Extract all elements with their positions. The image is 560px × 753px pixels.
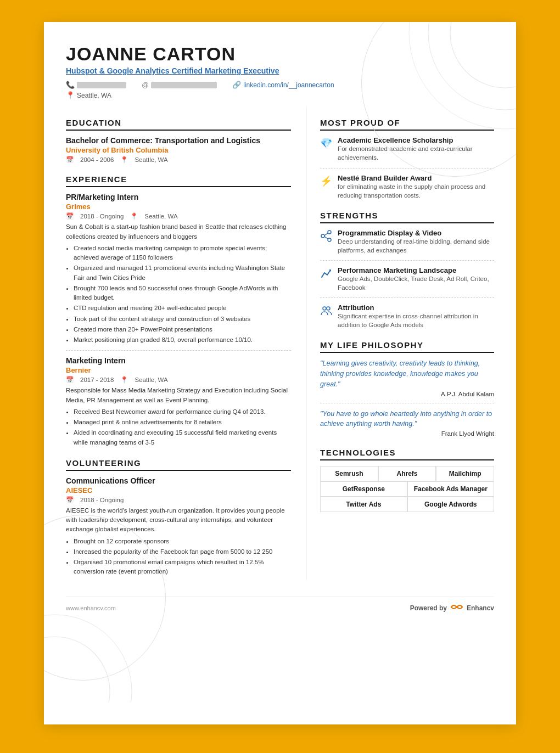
job-2-company: Bernier [66, 366, 291, 374]
job-2-cal-icon: 📅 [66, 376, 74, 384]
tech-mailchimp: Mailchimp [436, 466, 494, 481]
proud-item-1-desc: For demonstrated academic and extra-curr… [338, 144, 494, 162]
vol-cal-icon: 📅 [66, 496, 74, 504]
location-text: Seattle, WA [77, 92, 111, 99]
job-1-bullet-1: Created social media marketing campaign … [74, 244, 291, 263]
tech-row-3: Twitter Ads Google Adwords [320, 497, 494, 512]
lightning-icon: ⚡ [320, 175, 332, 187]
job-2-description: Responsible for Mass Media Marketing Str… [66, 386, 291, 405]
education-section: EDUCATION Bachelor of Commerce: Transpor… [66, 118, 291, 164]
proud-item-2-desc: for eliminating waste in the supply chai… [338, 182, 494, 200]
technologies-title: TECHNOLOGIES [320, 448, 494, 460]
strength-divider-1 [320, 260, 494, 261]
linkedin-icon: 🔗 [232, 81, 241, 89]
tech-ahrefs: Ahrefs [378, 466, 436, 481]
vol-company: AIESEC [66, 486, 291, 494]
strength-3-content: Attribution Significant expertise in cro… [338, 304, 494, 329]
proud-item-1: 💎 Academic Excellence Scholarship For de… [320, 136, 494, 162]
proud-item-1-content: Academic Excellence Scholarship For demo… [338, 136, 494, 162]
powered-by-text: Powered by [410, 604, 447, 612]
job-1-bullet-3: Brought 700 leads and 50 successful ones… [74, 284, 291, 303]
svg-point-6 [321, 234, 324, 238]
philosophy-section: MY LIFE PHILOSOPHY "Learning gives creat… [320, 340, 494, 437]
svg-line-9 [324, 237, 328, 239]
email-item: @ [142, 81, 217, 89]
volunteering-title: VOLUNTEERING [66, 458, 291, 471]
vol-bullet-1: Brought on 12 corporate sponsors [74, 537, 291, 546]
linkedin-item: 🔗 linkedin.com/in/__joannecarton [232, 81, 334, 89]
job-2-bullet-1: Received Best Newcomer award for perform… [74, 407, 291, 417]
experience-title: EXPERIENCE [66, 175, 291, 187]
vol-role-title: Communications Officer [66, 476, 291, 485]
two-column-layout: EDUCATION Bachelor of Commerce: Transpor… [66, 107, 494, 580]
tech-row-2: GetResponse Facebook Ads Manager [320, 481, 494, 497]
tech-semrush: Semrush [320, 466, 378, 481]
edu-location-icon: 📍 [120, 156, 128, 164]
proud-item-2: ⚡ Nestlé Brand Builder Award for elimina… [320, 174, 494, 200]
tech-google-adwords: Google Adwords [407, 497, 494, 512]
vol-description: AIESEC is the world's largest youth-run … [66, 506, 291, 535]
proud-divider [320, 168, 494, 168]
brand-name: Enhancv [467, 604, 494, 612]
linkedin-url: linkedin.com/in/__joannecarton [243, 81, 334, 89]
email-icon: @ [142, 81, 149, 89]
quote-2-author: Frank Llyod Wright [320, 430, 494, 437]
job-2-years: 2017 - 2018 [80, 376, 114, 383]
calendar-icon: 📅 [66, 156, 74, 164]
strength-2: Performance Marketing Landscape Google A… [320, 266, 494, 292]
strength-divider-2 [320, 297, 494, 298]
job-2-bullet-2: Managed print & online advertisements fo… [74, 418, 291, 427]
vol-bullet-3: Organised 10 promotional email campaigns… [74, 558, 291, 577]
job-1-description: Sun & Cobalt is a start-up fashion brand… [66, 222, 291, 241]
email-blurred [151, 82, 217, 88]
strength-1: Programmatic Display & Video Deep unders… [320, 229, 494, 255]
location-icon: 📍 [66, 91, 75, 99]
job-2: Marketing Intern Bernier 📅 2017 - 2018 📍… [66, 356, 291, 447]
proud-section: MOST PROUD OF 💎 Academic Excellence Scho… [320, 118, 494, 199]
contact-row: 📞 @ 🔗 linkedin.com/in/__joannecarton 📍 S… [66, 81, 494, 102]
header: JOANNE CARTON Hubspot & Google Analytics… [66, 44, 494, 102]
strength-2-content: Performance Marketing Landscape Google A… [338, 266, 494, 292]
job-2-bullet-3: Aided in coordinating and executing 15 s… [74, 428, 291, 447]
job-1-bullets: Created social media marketing campaign … [66, 244, 291, 345]
diamond-icon: 💎 [320, 137, 332, 149]
left-column: EDUCATION Bachelor of Commerce: Transpor… [66, 107, 291, 580]
job-2-loc-icon: 📍 [120, 376, 128, 384]
tech-twitter-ads: Twitter Ads [320, 497, 407, 512]
strength-1-content: Programmatic Display & Video Deep unders… [338, 229, 494, 255]
location-item: 📍 Seattle, WA [66, 91, 479, 99]
school-name: University of British Columbia [66, 146, 291, 154]
job-1-location: Seattle, WA [144, 213, 177, 220]
quote-2-text: "You have to go whole heartedly into any… [320, 409, 494, 430]
svg-line-8 [324, 233, 328, 235]
strength-3-desc: Significant expertise in cross-channel a… [338, 312, 494, 329]
experience-section: EXPERIENCE PR/Marketing Intern Grimes 📅 … [66, 175, 291, 447]
philosophy-title: MY LIFE PHILOSOPHY [320, 340, 494, 353]
edu-years: 2004 - 2006 [80, 156, 114, 163]
job-1-years: 2018 - Ongoing [80, 213, 124, 220]
strength-2-desc: Google Ads, DoubleClick, Trade Desk, Ad … [338, 274, 494, 292]
resume-page: JOANNE CARTON Hubspot & Google Analytics… [44, 22, 516, 724]
phone-blurred [77, 82, 126, 88]
vol-meta: 📅 2018 - Ongoing [66, 496, 291, 504]
job-2-location: Seattle, WA [135, 376, 167, 383]
svg-point-4 [44, 615, 132, 703]
svg-point-5 [328, 231, 331, 234]
job-1: PR/Marketing Intern Grimes 📅 2018 - Ongo… [66, 193, 291, 345]
edu-location: Seattle, WA [135, 156, 167, 163]
vol-years: 2018 - Ongoing [80, 497, 124, 503]
volunteering-section: VOLUNTEERING Communications Officer AIES… [66, 458, 291, 577]
degree-title: Bachelor of Commerce: Transportation and… [66, 136, 291, 145]
strength-1-desc: Deep understanding of real-time bidding,… [338, 237, 494, 255]
strengths-section: STRENGTHS Programmatic Display & Video [320, 211, 494, 330]
proud-title: MOST PROUD OF [320, 118, 494, 131]
phone-icon: 📞 [66, 81, 75, 89]
svg-point-7 [328, 238, 331, 241]
job-1-bullet-5: Took part of the content strategy and co… [74, 314, 291, 324]
job-1-loc-icon: 📍 [130, 212, 138, 220]
job-1-meta: 📅 2018 - Ongoing 📍 Seattle, WA [66, 212, 291, 220]
strength-1-title: Programmatic Display & Video [338, 229, 494, 237]
job-1-bullet-4: CTD regulation and meeting 20+ well-educ… [74, 304, 291, 313]
vol-bullet-2: Increased the popularity of the Facebook… [74, 547, 291, 557]
strength-2-title: Performance Marketing Landscape [338, 266, 494, 274]
